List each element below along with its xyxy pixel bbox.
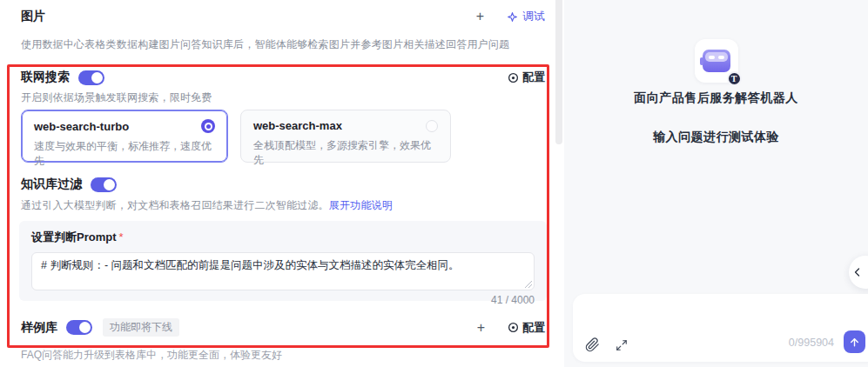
kb-filter-title: 知识库过滤 [21,177,82,192]
expand-icon [616,339,628,351]
radio-unselected-icon[interactable] [426,120,438,132]
chevron-left-icon [852,267,863,277]
deprecation-badge: 功能即将下线 [103,318,179,337]
sample-lib-add-button[interactable]: + [477,321,485,335]
image-section-header: 图片 + 调试 [21,9,545,24]
chat-input-box[interactable]: 0/995904 [573,294,868,362]
judge-prompt-label: 设置判断Prompt* [31,230,535,245]
web-search-toggle[interactable] [78,70,104,85]
image-section-title: 图片 [21,9,45,24]
arrow-up-icon [849,337,860,348]
bot-avatar: T [695,39,738,83]
kb-filter-description-text: 通过引入大模型判断，对文档和表格召回结果进行二次智能过滤。 [21,199,329,211]
robot-icon: T [695,39,738,83]
radio-selected-icon[interactable] [201,119,215,133]
prompt-char-counter: 41 / 4000 [31,294,535,306]
expand-input-button[interactable] [616,339,628,351]
gear-icon [508,322,519,333]
judge-prompt-textarea[interactable]: # 判断规则：- 问题和文档匹配的前提是问题中涉及的实体与文档描述的实体完全相同… [31,252,535,290]
option-name: web-search-max [253,119,342,132]
required-asterisk: * [119,230,124,244]
web-search-description: 开启则依据场景触发联网搜索，限时免费 [21,90,545,105]
kb-filter-row: 知识库过滤 [21,177,545,192]
option-description: 全栈顶配模型，多源搜索引擎，效果优先 [253,138,438,168]
debug-button[interactable]: 调试 [507,9,545,24]
attach-file-button[interactable] [585,337,600,352]
image-add-button[interactable]: + [476,10,484,23]
kb-filter-description: 通过引入大模型判断，对文档和表格召回结果进行二次智能过滤。展开功能说明 [21,198,545,213]
kb-filter-toggle[interactable] [91,177,117,192]
judge-prompt-label-text: 设置判断Prompt [31,230,117,244]
web-search-config-button[interactable]: 配置 [508,70,545,85]
web-search-row: 联网搜索 配置 [21,70,545,85]
send-button[interactable] [844,330,865,353]
option-description: 速度与效果的平衡，标准推荐，速度优先 [34,139,215,169]
sample-lib-config-label: 配置 [522,320,545,336]
sample-lib-toggle[interactable] [66,320,92,335]
avatar-letter-badge: T [727,71,742,86]
app-window: 图片 + 调试 使用数据中心表格类数据构建图片问答知识库后，智能体能够检索图片并… [0,0,868,367]
judge-prompt-panel: 设置判断Prompt* # 判断规则：- 问题和文档匹配的前提是问题中涉及的实体… [19,221,547,301]
sparkle-icon [507,11,518,23]
config-panel: 图片 + 调试 使用数据中心表格类数据构建图片问答知识库后，智能体能够检索图片并… [0,0,564,367]
paperclip-icon [585,337,600,352]
gear-icon [508,72,519,83]
option-card-web-search-turbo[interactable]: web-search-turbo 速度与效果的平衡，标准推荐，速度优先 [21,110,228,163]
option-name: web-search-turbo [34,120,129,133]
expand-help-link[interactable]: 展开功能说明 [329,199,393,211]
scrollbar-thumb[interactable] [555,0,562,144]
image-section-description: 使用数据中心表格类数据构建图片问答知识库后，智能体能够检索图片并参考图片相关描述… [21,37,545,52]
web-search-options: web-search-turbo 速度与效果的平衡，标准推荐，速度优先 web-… [21,110,451,163]
web-search-title: 联网搜索 [21,70,70,85]
sample-lib-row: 样例库 功能即将下线 + 配置 [21,318,545,337]
test-hint: 输入问题进行测试体验 [564,130,868,145]
sample-lib-config-button[interactable]: 配置 [508,320,545,336]
option-card-web-search-max[interactable]: web-search-max 全栈顶配模型，多源搜索引擎，效果优先 [240,110,451,163]
debug-button-label: 调试 [522,9,545,24]
chat-char-counter: 0/995904 [789,337,834,349]
sample-lib-title: 样例库 [21,320,57,336]
sample-lib-note: FAQ问答能力升级到表格库中，功能更全面，体验更友好 [21,348,282,363]
web-search-config-label: 配置 [522,70,545,85]
bot-name: 面向产品售后服务解答机器人 [564,90,868,106]
